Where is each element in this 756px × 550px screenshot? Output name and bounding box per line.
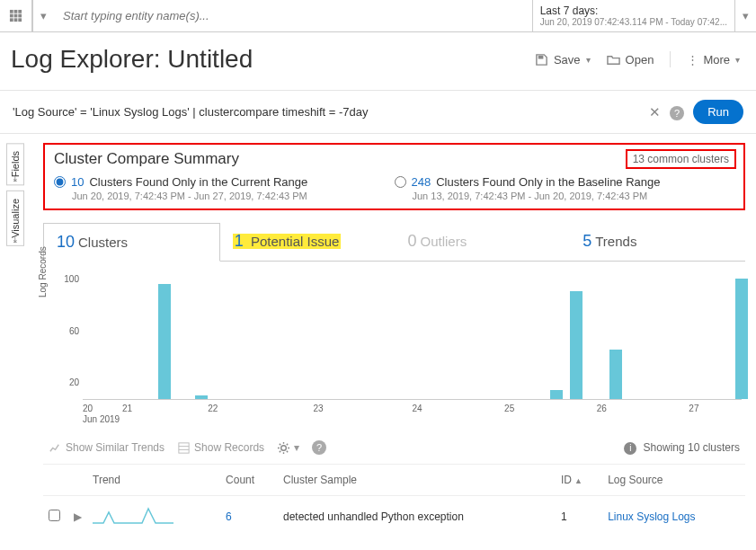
sort-asc-icon: ▲ <box>574 476 583 485</box>
results-table: Trend Count Cluster Sample ID▲ Log Sourc… <box>43 465 745 537</box>
query-input[interactable]: 'Log Source' = 'Linux Syslog Logs' | clu… <box>13 105 640 119</box>
expand-row-icon[interactable]: ▶ <box>74 510 82 523</box>
col-source[interactable]: Log Source <box>602 465 745 496</box>
x-axis: 2021222324252627 <box>83 400 742 412</box>
entity-search-input[interactable] <box>54 0 532 31</box>
histogram-chart: Log Records 100 60 20 2021222324252627 J… <box>43 262 745 424</box>
histogram-bar[interactable] <box>735 279 748 399</box>
plot-area[interactable] <box>83 274 742 400</box>
grid-icon <box>9 9 22 22</box>
svg-rect-7 <box>14 18 18 22</box>
baseline-range-dates: Jun 13, 2019, 7:42:43 PM - Jun 20, 2019,… <box>413 191 735 201</box>
show-similar-trends-button[interactable]: Show Similar Trends <box>49 441 165 455</box>
divider <box>670 51 671 67</box>
pin-icon: ⇥ <box>11 175 20 182</box>
kebab-icon: ⋮ <box>687 53 698 67</box>
source-link[interactable]: Linux Syslog Logs <box>608 510 695 523</box>
row-checkbox[interactable] <box>49 510 60 521</box>
chevron-down-icon: ▾ <box>735 55 740 65</box>
histogram-bar[interactable] <box>570 291 583 399</box>
clear-query-button[interactable]: ✕ <box>649 104 661 120</box>
histogram-bar[interactable] <box>195 395 208 399</box>
time-range-caret[interactable]: ▾ <box>734 0 756 31</box>
x-tick: 27 <box>689 404 698 413</box>
histogram-bar[interactable] <box>158 284 171 399</box>
toolbar-help-button[interactable]: ? <box>312 440 326 455</box>
svg-rect-9 <box>538 55 544 58</box>
table-header-row: Trend Count Cluster Sample ID▲ Log Sourc… <box>43 465 745 496</box>
col-trend[interactable]: Trend <box>87 465 220 496</box>
common-clusters-link[interactable]: 13 common clusters <box>626 149 736 169</box>
app-menu-button[interactable] <box>0 0 32 31</box>
run-button[interactable]: Run <box>693 100 743 124</box>
tab-outliers[interactable]: 0Outliers <box>396 223 571 261</box>
save-icon <box>535 53 548 67</box>
svg-rect-2 <box>18 10 22 13</box>
svg-rect-10 <box>179 442 189 452</box>
show-records-button[interactable]: Show Records <box>177 441 264 455</box>
more-button[interactable]: ⋮ More▾ <box>687 53 740 67</box>
trends-icon <box>49 441 62 455</box>
time-range-label: Last 7 days: <box>540 4 727 17</box>
x-tick: 25 <box>504 404 514 413</box>
info-icon: i <box>624 442 636 455</box>
side-tab-fields[interactable]: ⇥ Fields <box>6 143 24 185</box>
top-bar: ▾ Last 7 days: Jun 20, 2019 07:42:43.114… <box>0 0 756 32</box>
help-icon: ? <box>312 440 326 455</box>
histogram-bar[interactable] <box>550 390 563 399</box>
time-range-picker[interactable]: Last 7 days: Jun 20, 2019 07:42:43.114 P… <box>532 0 734 31</box>
showing-count: i Showing 10 clusters <box>624 441 740 455</box>
col-sample[interactable]: Cluster Sample <box>278 465 556 496</box>
main-panel: Cluster Compare Summary 13 common cluste… <box>31 134 756 547</box>
pin-icon: ⇥ <box>11 236 20 244</box>
page-title: Log Explorer: Untitled <box>11 45 535 74</box>
body: ⇥ Fields ⇥ Visualize Cluster Compare Sum… <box>0 134 756 547</box>
query-bar: 'Log Source' = 'Linux Syslog Logs' | clu… <box>0 90 756 134</box>
side-tab-visualize[interactable]: ⇥ Visualize <box>6 191 24 246</box>
settings-button[interactable]: ▾ <box>277 441 299 455</box>
cluster-compare-summary: Cluster Compare Summary 13 common cluste… <box>43 143 745 210</box>
trend-cell <box>87 496 220 537</box>
time-range-sub: Jun 20, 2019 07:42:43.114 PM - Today 07:… <box>540 17 727 27</box>
col-count[interactable]: Count <box>220 465 278 496</box>
svg-rect-4 <box>14 14 18 18</box>
app-menu-caret[interactable]: ▾ <box>32 0 54 31</box>
y-axis-label: Log Records <box>38 246 48 297</box>
baseline-range-radio[interactable] <box>395 176 406 188</box>
close-icon: ✕ <box>649 104 661 120</box>
svg-point-13 <box>281 445 287 450</box>
col-id[interactable]: ID▲ <box>556 465 602 496</box>
x-tick: 26 <box>597 404 607 413</box>
current-range-option[interactable]: 10 Clusters Found Only in the Current Ra… <box>54 175 395 201</box>
svg-rect-3 <box>10 14 13 18</box>
header-actions: Save▾ Open ⋮ More▾ <box>535 51 740 67</box>
query-help-button[interactable]: ? <box>670 104 684 120</box>
chevron-down-icon: ▾ <box>743 9 749 22</box>
records-icon <box>177 441 191 455</box>
y-axis: 100 60 20 <box>47 274 83 400</box>
result-tabs: 10Clusters 1 Potential Issue 0Outliers 5… <box>43 223 745 262</box>
svg-rect-8 <box>18 18 22 22</box>
svg-rect-6 <box>10 18 13 22</box>
page-header: Log Explorer: Untitled Save▾ Open ⋮ More… <box>0 32 756 90</box>
tab-potential-issue[interactable]: 1 Potential Issue <box>220 223 396 261</box>
sparkline-icon <box>93 505 173 525</box>
chevron-down-icon: ▾ <box>40 9 47 22</box>
histogram-bar[interactable] <box>609 350 622 399</box>
svg-rect-1 <box>14 10 18 13</box>
x-tick: 24 <box>413 404 422 413</box>
tab-clusters[interactable]: 10Clusters <box>43 223 220 262</box>
count-link[interactable]: 6 <box>226 510 232 523</box>
current-range-radio[interactable] <box>54 176 66 188</box>
folder-open-icon <box>607 53 620 67</box>
save-button[interactable]: Save▾ <box>535 53 591 67</box>
x-tick: 22 <box>208 404 218 413</box>
x-axis-sublabel: Jun 2019 <box>83 414 742 424</box>
id-cell: 1 <box>556 496 602 537</box>
tab-trends[interactable]: 5Trends <box>570 223 745 261</box>
x-tick: 23 <box>314 404 324 413</box>
chevron-down-icon: ▾ <box>294 441 299 454</box>
baseline-range-option[interactable]: 248 Clusters Found Only in the Baseline … <box>395 175 735 201</box>
current-range-dates: Jun 20, 2019, 7:42:43 PM - Jun 27, 2019,… <box>72 191 395 201</box>
open-button[interactable]: Open <box>607 53 654 67</box>
